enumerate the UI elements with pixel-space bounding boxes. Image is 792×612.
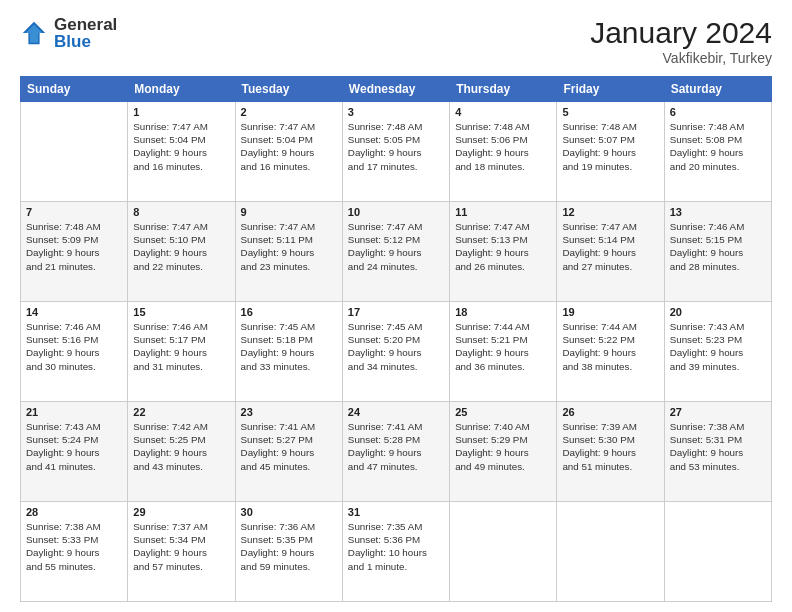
- day-info: Sunrise: 7:44 AM Sunset: 5:21 PM Dayligh…: [455, 320, 551, 373]
- day-number: 7: [26, 206, 122, 218]
- calendar-cell: 14Sunrise: 7:46 AM Sunset: 5:16 PM Dayli…: [21, 302, 128, 402]
- calendar-cell: 8Sunrise: 7:47 AM Sunset: 5:10 PM Daylig…: [128, 202, 235, 302]
- day-number: 25: [455, 406, 551, 418]
- col-header-wednesday: Wednesday: [342, 77, 449, 102]
- day-number: 14: [26, 306, 122, 318]
- day-info: Sunrise: 7:47 AM Sunset: 5:14 PM Dayligh…: [562, 220, 658, 273]
- day-number: 23: [241, 406, 337, 418]
- day-info: Sunrise: 7:46 AM Sunset: 5:17 PM Dayligh…: [133, 320, 229, 373]
- day-number: 24: [348, 406, 444, 418]
- day-number: 2: [241, 106, 337, 118]
- calendar-cell: 9Sunrise: 7:47 AM Sunset: 5:11 PM Daylig…: [235, 202, 342, 302]
- cal-title: January 2024: [590, 16, 772, 50]
- day-info: Sunrise: 7:38 AM Sunset: 5:33 PM Dayligh…: [26, 520, 122, 573]
- cal-subtitle: Vakfikebir, Turkey: [590, 50, 772, 66]
- day-info: Sunrise: 7:40 AM Sunset: 5:29 PM Dayligh…: [455, 420, 551, 473]
- col-header-sunday: Sunday: [21, 77, 128, 102]
- day-info: Sunrise: 7:47 AM Sunset: 5:10 PM Dayligh…: [133, 220, 229, 273]
- calendar-week-1: 1Sunrise: 7:47 AM Sunset: 5:04 PM Daylig…: [21, 102, 772, 202]
- day-info: Sunrise: 7:38 AM Sunset: 5:31 PM Dayligh…: [670, 420, 766, 473]
- calendar-cell: 1Sunrise: 7:47 AM Sunset: 5:04 PM Daylig…: [128, 102, 235, 202]
- day-number: 18: [455, 306, 551, 318]
- calendar-cell: 24Sunrise: 7:41 AM Sunset: 5:28 PM Dayli…: [342, 402, 449, 502]
- calendar-week-2: 7Sunrise: 7:48 AM Sunset: 5:09 PM Daylig…: [21, 202, 772, 302]
- col-header-thursday: Thursday: [450, 77, 557, 102]
- day-number: 12: [562, 206, 658, 218]
- day-number: 22: [133, 406, 229, 418]
- calendar-cell: 27Sunrise: 7:38 AM Sunset: 5:31 PM Dayli…: [664, 402, 771, 502]
- calendar-cell: 18Sunrise: 7:44 AM Sunset: 5:21 PM Dayli…: [450, 302, 557, 402]
- calendar-cell: 30Sunrise: 7:36 AM Sunset: 5:35 PM Dayli…: [235, 502, 342, 602]
- title-block: January 2024 Vakfikebir, Turkey: [590, 16, 772, 66]
- day-info: Sunrise: 7:48 AM Sunset: 5:09 PM Dayligh…: [26, 220, 122, 273]
- calendar-cell: [21, 102, 128, 202]
- calendar-cell: 3Sunrise: 7:48 AM Sunset: 5:05 PM Daylig…: [342, 102, 449, 202]
- calendar-cell: 11Sunrise: 7:47 AM Sunset: 5:13 PM Dayli…: [450, 202, 557, 302]
- day-info: Sunrise: 7:48 AM Sunset: 5:07 PM Dayligh…: [562, 120, 658, 173]
- day-number: 8: [133, 206, 229, 218]
- calendar-cell: 2Sunrise: 7:47 AM Sunset: 5:04 PM Daylig…: [235, 102, 342, 202]
- day-info: Sunrise: 7:35 AM Sunset: 5:36 PM Dayligh…: [348, 520, 444, 573]
- day-info: Sunrise: 7:48 AM Sunset: 5:08 PM Dayligh…: [670, 120, 766, 173]
- calendar-cell: [450, 502, 557, 602]
- calendar-cell: 10Sunrise: 7:47 AM Sunset: 5:12 PM Dayli…: [342, 202, 449, 302]
- calendar-cell: 25Sunrise: 7:40 AM Sunset: 5:29 PM Dayli…: [450, 402, 557, 502]
- calendar-cell: 29Sunrise: 7:37 AM Sunset: 5:34 PM Dayli…: [128, 502, 235, 602]
- day-info: Sunrise: 7:37 AM Sunset: 5:34 PM Dayligh…: [133, 520, 229, 573]
- day-number: 31: [348, 506, 444, 518]
- calendar-cell: 7Sunrise: 7:48 AM Sunset: 5:09 PM Daylig…: [21, 202, 128, 302]
- calendar-cell: 17Sunrise: 7:45 AM Sunset: 5:20 PM Dayli…: [342, 302, 449, 402]
- logo-icon: [20, 19, 48, 47]
- calendar-cell: 20Sunrise: 7:43 AM Sunset: 5:23 PM Dayli…: [664, 302, 771, 402]
- calendar-week-5: 28Sunrise: 7:38 AM Sunset: 5:33 PM Dayli…: [21, 502, 772, 602]
- day-number: 17: [348, 306, 444, 318]
- svg-marker-1: [26, 25, 43, 43]
- day-number: 4: [455, 106, 551, 118]
- logo-text: General Blue: [54, 16, 117, 50]
- day-number: 6: [670, 106, 766, 118]
- day-info: Sunrise: 7:47 AM Sunset: 5:12 PM Dayligh…: [348, 220, 444, 273]
- page: General Blue January 2024 Vakfikebir, Tu…: [0, 0, 792, 612]
- calendar-cell: 13Sunrise: 7:46 AM Sunset: 5:15 PM Dayli…: [664, 202, 771, 302]
- day-number: 1: [133, 106, 229, 118]
- day-number: 15: [133, 306, 229, 318]
- calendar-cell: 21Sunrise: 7:43 AM Sunset: 5:24 PM Dayli…: [21, 402, 128, 502]
- col-header-monday: Monday: [128, 77, 235, 102]
- col-header-tuesday: Tuesday: [235, 77, 342, 102]
- day-number: 27: [670, 406, 766, 418]
- calendar-cell: 5Sunrise: 7:48 AM Sunset: 5:07 PM Daylig…: [557, 102, 664, 202]
- day-info: Sunrise: 7:36 AM Sunset: 5:35 PM Dayligh…: [241, 520, 337, 573]
- day-info: Sunrise: 7:45 AM Sunset: 5:20 PM Dayligh…: [348, 320, 444, 373]
- calendar-cell: 23Sunrise: 7:41 AM Sunset: 5:27 PM Dayli…: [235, 402, 342, 502]
- calendar-cell: 31Sunrise: 7:35 AM Sunset: 5:36 PM Dayli…: [342, 502, 449, 602]
- day-info: Sunrise: 7:47 AM Sunset: 5:04 PM Dayligh…: [133, 120, 229, 173]
- day-info: Sunrise: 7:46 AM Sunset: 5:16 PM Dayligh…: [26, 320, 122, 373]
- day-info: Sunrise: 7:39 AM Sunset: 5:30 PM Dayligh…: [562, 420, 658, 473]
- day-number: 9: [241, 206, 337, 218]
- calendar-cell: [557, 502, 664, 602]
- day-number: 20: [670, 306, 766, 318]
- day-number: 5: [562, 106, 658, 118]
- day-number: 30: [241, 506, 337, 518]
- calendar-week-3: 14Sunrise: 7:46 AM Sunset: 5:16 PM Dayli…: [21, 302, 772, 402]
- day-info: Sunrise: 7:48 AM Sunset: 5:05 PM Dayligh…: [348, 120, 444, 173]
- header: General Blue January 2024 Vakfikebir, Tu…: [20, 16, 772, 66]
- calendar-cell: 4Sunrise: 7:48 AM Sunset: 5:06 PM Daylig…: [450, 102, 557, 202]
- day-info: Sunrise: 7:48 AM Sunset: 5:06 PM Dayligh…: [455, 120, 551, 173]
- col-header-friday: Friday: [557, 77, 664, 102]
- day-info: Sunrise: 7:45 AM Sunset: 5:18 PM Dayligh…: [241, 320, 337, 373]
- calendar-table: SundayMondayTuesdayWednesdayThursdayFrid…: [20, 76, 772, 602]
- calendar-cell: 6Sunrise: 7:48 AM Sunset: 5:08 PM Daylig…: [664, 102, 771, 202]
- logo: General Blue: [20, 16, 117, 50]
- logo-blue: Blue: [54, 33, 117, 50]
- day-info: Sunrise: 7:46 AM Sunset: 5:15 PM Dayligh…: [670, 220, 766, 273]
- calendar-cell: 22Sunrise: 7:42 AM Sunset: 5:25 PM Dayli…: [128, 402, 235, 502]
- day-info: Sunrise: 7:41 AM Sunset: 5:27 PM Dayligh…: [241, 420, 337, 473]
- day-info: Sunrise: 7:41 AM Sunset: 5:28 PM Dayligh…: [348, 420, 444, 473]
- day-number: 21: [26, 406, 122, 418]
- day-number: 10: [348, 206, 444, 218]
- day-info: Sunrise: 7:44 AM Sunset: 5:22 PM Dayligh…: [562, 320, 658, 373]
- calendar-cell: 28Sunrise: 7:38 AM Sunset: 5:33 PM Dayli…: [21, 502, 128, 602]
- day-info: Sunrise: 7:42 AM Sunset: 5:25 PM Dayligh…: [133, 420, 229, 473]
- day-info: Sunrise: 7:47 AM Sunset: 5:11 PM Dayligh…: [241, 220, 337, 273]
